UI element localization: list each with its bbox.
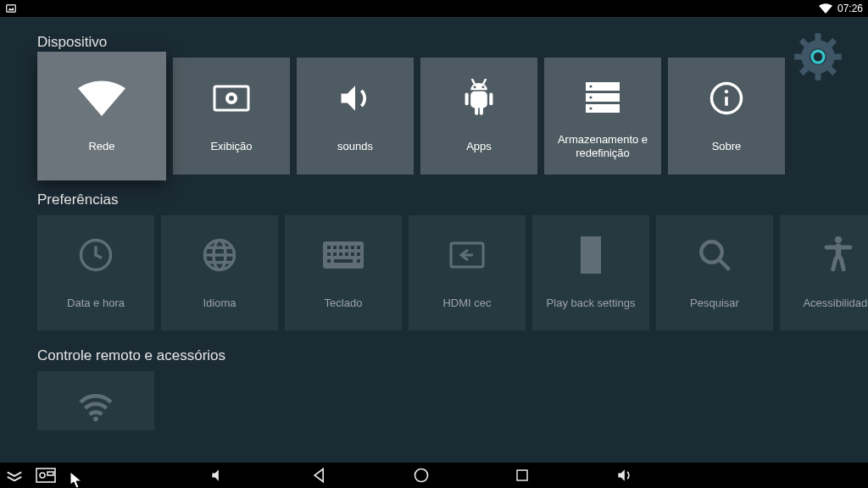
svg-rect-0 xyxy=(7,5,16,12)
navigation-bar xyxy=(0,463,868,488)
section-title-remote: Controle remoto e acessórios xyxy=(37,347,831,364)
svg-rect-44 xyxy=(333,246,337,249)
image-icon xyxy=(5,3,17,14)
tile-about[interactable]: Sobre xyxy=(668,58,785,175)
tile-label: Data e hora xyxy=(62,291,130,316)
svg-rect-27 xyxy=(465,92,469,105)
svg-rect-65 xyxy=(576,267,580,272)
svg-rect-64 xyxy=(576,259,580,264)
tile-label: Idioma xyxy=(198,291,241,316)
tile-apps[interactable]: Apps xyxy=(420,58,537,175)
tile-network[interactable]: Rede xyxy=(37,52,166,180)
globe-icon xyxy=(202,230,237,280)
svg-point-73 xyxy=(835,236,843,244)
status-time: 07:26 xyxy=(837,3,863,14)
svg-point-80 xyxy=(40,473,45,478)
tile-search[interactable]: Pesquisar xyxy=(656,215,773,330)
search-icon xyxy=(697,230,732,280)
svg-rect-67 xyxy=(602,244,606,249)
svg-point-37 xyxy=(725,90,728,93)
svg-point-78 xyxy=(93,417,98,422)
svg-line-72 xyxy=(719,259,729,269)
wifi-status-icon xyxy=(819,3,832,14)
nav-screenshot-button[interactable] xyxy=(36,468,56,483)
tile-date-time[interactable]: Data e hora xyxy=(37,215,154,330)
film-icon xyxy=(576,230,606,280)
tile-display[interactable]: Exibição xyxy=(173,58,290,175)
svg-line-21 xyxy=(483,79,486,85)
svg-point-83 xyxy=(415,469,428,482)
tile-language[interactable]: Idioma xyxy=(161,215,278,330)
svg-rect-69 xyxy=(602,259,606,264)
svg-point-22 xyxy=(474,86,476,88)
svg-rect-66 xyxy=(602,236,606,241)
svg-rect-25 xyxy=(475,107,478,115)
svg-rect-49 xyxy=(327,252,331,256)
status-bar: 07:26 xyxy=(0,0,868,17)
svg-rect-81 xyxy=(47,472,53,475)
tile-label: Rede xyxy=(83,134,120,159)
tile-storage[interactable]: Armazenamento e redefinição xyxy=(544,58,661,175)
tile-keyboard[interactable]: Teclado xyxy=(285,215,402,330)
nav-volume-up-button[interactable] xyxy=(615,467,633,484)
svg-point-19 xyxy=(229,96,234,101)
svg-rect-46 xyxy=(345,246,348,249)
svg-rect-55 xyxy=(327,259,331,263)
nav-menu-button[interactable] xyxy=(5,469,24,481)
svg-rect-47 xyxy=(351,246,354,249)
nav-recents-button[interactable] xyxy=(515,468,530,483)
svg-rect-68 xyxy=(602,252,606,257)
section-title-preferences: Preferências xyxy=(37,191,831,208)
svg-line-20 xyxy=(472,79,475,85)
tile-label: Sobre xyxy=(707,134,747,159)
svg-rect-28 xyxy=(489,92,492,105)
tile-sounds[interactable]: sounds xyxy=(297,58,414,175)
svg-rect-54 xyxy=(357,252,360,256)
storage-icon xyxy=(584,72,621,123)
clock-icon xyxy=(78,230,114,280)
svg-rect-24 xyxy=(470,92,487,108)
svg-rect-63 xyxy=(576,252,580,257)
wifi-icon xyxy=(78,73,125,124)
tile-label: Teclado xyxy=(320,291,368,316)
tile-hdmi-cec[interactable]: HDMI cec xyxy=(409,215,526,330)
svg-rect-70 xyxy=(602,267,606,272)
svg-rect-45 xyxy=(339,246,342,249)
section-title-device: Dispositivo xyxy=(37,34,831,51)
nav-volume-down-button[interactable] xyxy=(209,467,226,484)
svg-rect-48 xyxy=(357,246,360,249)
tile-add-accessory[interactable] xyxy=(37,371,154,430)
tile-playback[interactable]: Play back settings xyxy=(532,215,649,330)
svg-rect-53 xyxy=(351,252,354,256)
settings-gear-icon xyxy=(793,32,843,81)
svg-rect-76 xyxy=(831,256,838,272)
svg-marker-82 xyxy=(314,469,323,482)
section-remote: Controle remoto e acessórios xyxy=(0,347,868,430)
volume-icon xyxy=(337,73,374,124)
svg-rect-60 xyxy=(581,236,601,274)
wifi-icon xyxy=(77,386,114,430)
svg-rect-56 xyxy=(334,259,353,263)
tile-label: sounds xyxy=(332,134,378,159)
svg-rect-57 xyxy=(357,259,360,263)
svg-point-32 xyxy=(589,96,592,98)
tile-label: Armazenamento e redefinição xyxy=(553,133,653,161)
info-icon xyxy=(709,73,744,124)
svg-point-71 xyxy=(701,241,722,263)
settings-content: Dispositivo Rede Exibição xyxy=(0,17,868,463)
svg-rect-62 xyxy=(576,244,580,249)
tile-label: Acessibilidade xyxy=(798,291,868,316)
svg-point-30 xyxy=(589,85,592,87)
nav-back-button[interactable] xyxy=(311,467,328,484)
svg-rect-7 xyxy=(815,73,821,80)
tile-label: Apps xyxy=(461,134,497,159)
svg-marker-1 xyxy=(8,8,14,10)
svg-point-23 xyxy=(481,86,484,88)
svg-rect-61 xyxy=(576,236,580,241)
tile-label: Exibição xyxy=(205,134,257,159)
tile-accessibility[interactable]: Acessibilidade xyxy=(780,215,868,330)
accessibility-icon xyxy=(821,230,855,280)
svg-point-34 xyxy=(589,107,592,109)
nav-home-button[interactable] xyxy=(413,467,430,484)
svg-rect-51 xyxy=(339,252,342,256)
